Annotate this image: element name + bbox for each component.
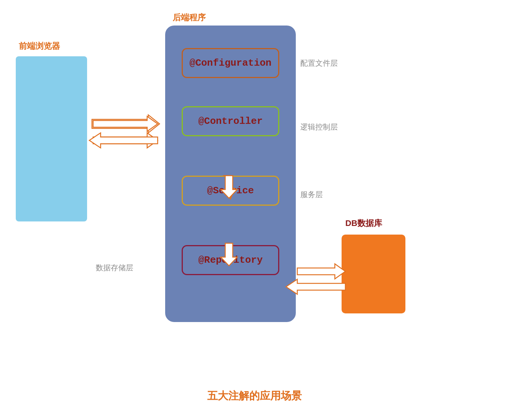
bottom-title: 五大注解的应用场景 — [207, 389, 302, 403]
service-label: @Service — [207, 185, 254, 196]
controller-label: @Controller — [198, 116, 263, 127]
config-layer-label: 配置文件层 — [300, 58, 338, 68]
frontend-label: 前端浏览器 — [19, 41, 60, 52]
data-storage-label: 数据存储层 — [96, 263, 133, 273]
repository-label: @Repository — [198, 254, 263, 266]
config-annotation-box: @Configuration — [182, 48, 279, 78]
backend-box: @Configuration @Controller @Service @Rep… — [165, 26, 296, 322]
controller-annotation-box: @Controller — [182, 106, 279, 136]
service-layer-label: 服务层 — [300, 190, 323, 200]
db-box — [342, 235, 405, 313]
service-annotation-box: @Service — [182, 176, 279, 206]
diagram-container: 前端浏览器 后端程序 @Configuration @Controller @S… — [0, 0, 509, 420]
config-label: @Configuration — [190, 57, 271, 69]
controller-layer-label: 逻辑控制层 — [300, 122, 338, 132]
backend-label: 后端程序 — [173, 12, 206, 23]
frontend-browser-box — [16, 56, 87, 221]
db-label: DB数据库 — [345, 218, 382, 229]
arrow-fb-right — [92, 115, 160, 133]
arrow-bf-left — [89, 133, 158, 148]
repository-annotation-box: @Repository — [182, 245, 279, 275]
arrow-bd-right — [297, 264, 345, 279]
